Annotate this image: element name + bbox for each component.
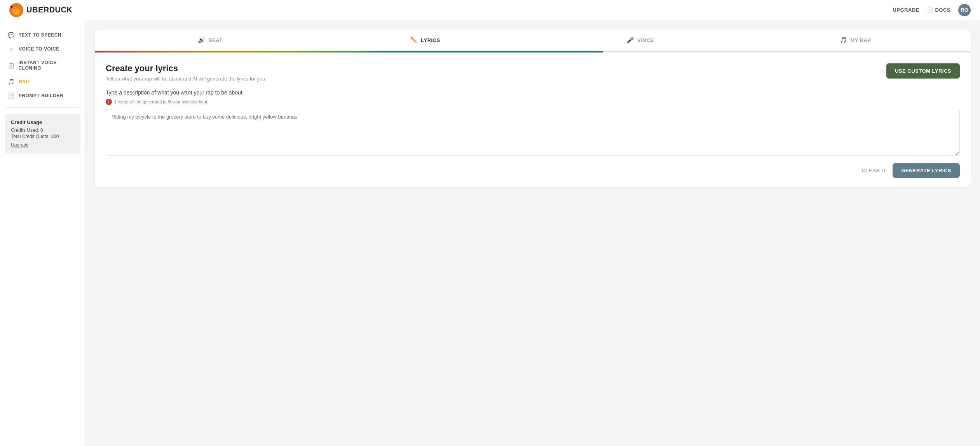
progress-bar-wrap	[95, 51, 971, 52]
main-content: 🔊 BEAT ✏️ LYRICS 🎤 VOICE 🎵 MY RAP	[85, 20, 980, 446]
top-navigation: UBERDUCK UPGRADE 📄 DOCS RO	[0, 0, 980, 20]
tab-voice[interactable]: 🎤 VOICE	[533, 30, 748, 51]
tab-beat-label: BEAT	[208, 37, 222, 43]
info-note: i 1 verse will be generated to fit your …	[106, 99, 960, 105]
docs-icon: 📄	[927, 7, 934, 13]
credit-usage-box: Credit Usage Credits Used: 0 Total Credi…	[5, 114, 80, 154]
tab-lyrics-label: LYRICS	[421, 37, 440, 43]
tab-my-rap[interactable]: 🎵 MY RAP	[748, 30, 963, 51]
cloning-icon: 📋	[8, 62, 15, 68]
speech-icon: 💬	[8, 32, 15, 38]
textarea-label: Type a description of what you want your…	[106, 89, 960, 96]
progress-fill	[95, 51, 603, 52]
sidebar-item-label: INSTANT VOICE CLONING	[19, 60, 78, 71]
sidebar-item-label: RAP	[19, 79, 29, 84]
topnav-actions: UPGRADE 📄 DOCS RO	[893, 4, 971, 16]
panel-title: Create your lyrics	[106, 63, 267, 73]
upgrade-link[interactable]: Upgrade	[11, 142, 29, 148]
sidebar-item-label: TEXT TO SPEECH	[19, 32, 61, 38]
beat-tab-icon: 🔊	[198, 37, 206, 44]
duck-logo-icon	[9, 3, 23, 17]
progress-track	[95, 51, 971, 52]
logo[interactable]: UBERDUCK	[9, 3, 72, 17]
sidebar-item-label: VOICE TO VOICE	[19, 46, 59, 52]
info-icon: i	[106, 99, 112, 105]
credits-used: Credits Used: 0	[11, 128, 74, 133]
panel-body: Create your lyrics Tell us what your rap…	[95, 52, 971, 187]
use-custom-lyrics-button[interactable]: USE CUSTOM LYRICS	[886, 63, 960, 79]
tab-beat[interactable]: 🔊 BEAT	[103, 30, 318, 51]
sidebar-item-voice-to-voice[interactable]: ≡ VOICE TO VOICE	[0, 42, 85, 56]
sidebar-item-label: PROMPT BUILDER	[19, 93, 63, 98]
credit-usage-title: Credit Usage	[11, 119, 74, 125]
logo-text: UBERDUCK	[26, 5, 72, 14]
info-note-text: 1 verse will be generated to fit your se…	[114, 100, 208, 104]
panel-subtitle: Tell us what your rap will be about and …	[106, 76, 267, 82]
rap-panel: 🔊 BEAT ✏️ LYRICS 🎤 VOICE 🎵 MY RAP	[95, 30, 971, 187]
sidebar: 💬 TEXT TO SPEECH ≡ VOICE TO VOICE 📋 INST…	[0, 20, 85, 446]
upgrade-link[interactable]: UPGRADE	[893, 7, 919, 13]
sidebar-item-rap[interactable]: 🎵 RAP	[0, 75, 85, 89]
svg-point-4	[12, 8, 15, 10]
tab-lyrics[interactable]: ✏️ LYRICS	[318, 30, 533, 51]
sidebar-item-prompt-builder[interactable]: 📄 PROMPT BUILDER	[0, 89, 85, 103]
clear-button[interactable]: CLEAR IT	[861, 168, 886, 173]
docs-link[interactable]: 📄 DOCS	[927, 7, 950, 13]
panel-header-row: Create your lyrics Tell us what your rap…	[106, 63, 960, 82]
sidebar-divider	[6, 107, 79, 108]
tab-bar: 🔊 BEAT ✏️ LYRICS 🎤 VOICE 🎵 MY RAP	[95, 30, 971, 51]
tab-voice-label: VOICE	[637, 37, 654, 43]
my-rap-tab-icon: 🎵	[840, 37, 847, 44]
svg-point-6	[11, 6, 12, 8]
voice-to-voice-icon: ≡	[8, 46, 15, 52]
panel-header-text: Create your lyrics Tell us what your rap…	[106, 63, 267, 82]
prompt-icon: 📄	[8, 93, 15, 99]
sidebar-item-instant-voice-cloning[interactable]: 📋 INSTANT VOICE CLONING	[0, 56, 85, 75]
total-quota: Total Credit Quota: 300	[11, 134, 74, 139]
lyrics-description-textarea[interactable]	[106, 109, 960, 156]
generate-lyrics-button[interactable]: GENERATE LYRICS	[893, 163, 960, 178]
sidebar-item-text-to-speech[interactable]: 💬 TEXT TO SPEECH	[0, 28, 85, 42]
lyrics-tab-icon: ✏️	[410, 37, 418, 44]
voice-tab-icon: 🎤	[627, 37, 635, 44]
tab-my-rap-label: MY RAP	[850, 37, 871, 43]
main-layout: 💬 TEXT TO SPEECH ≡ VOICE TO VOICE 📋 INST…	[0, 20, 980, 446]
user-avatar[interactable]: RO	[958, 4, 971, 16]
rap-icon: 🎵	[8, 79, 15, 85]
form-actions: CLEAR IT GENERATE LYRICS	[106, 163, 960, 178]
